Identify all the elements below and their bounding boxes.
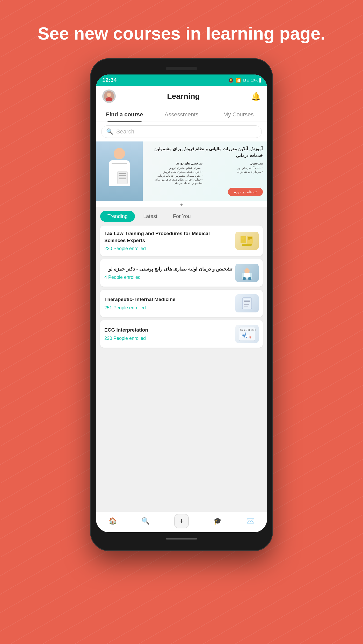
app-title: Learning <box>167 92 200 101</box>
search-box[interactable]: 🔍 Search <box>101 125 262 138</box>
course-card-3[interactable]: Therapeutic- Internal Medicine 251 Peopl… <box>100 290 263 317</box>
tab-assessments[interactable]: Assessments <box>153 107 210 122</box>
instructor-1: جناب آقای رستم پور <box>205 166 263 170</box>
svg-rect-10 <box>248 239 250 240</box>
search-container: 🔍 Search <box>96 122 267 141</box>
home-icon: 🏠 <box>108 517 117 525</box>
home-indicator <box>166 538 197 540</box>
course-card-left-3: Therapeutic- Internal Medicine 251 Peopl… <box>104 296 235 311</box>
nav-learning[interactable]: 🎓 <box>213 517 222 525</box>
section-2: اجرای شبکه صندوق نظام فروش <box>145 170 202 174</box>
course-card-2[interactable]: تشخیص و درمان اولیه بیماری های رایج پوست… <box>100 259 263 287</box>
course-card-left-1: Tax Law Training and Procedures for Medi… <box>104 230 235 251</box>
page-headline: See new courses in learning page. <box>38 23 325 43</box>
nav-add[interactable]: + <box>174 514 189 528</box>
course-thumb-4: Step 1: check the standard <box>235 325 259 343</box>
tab-find-course[interactable]: Find a course <box>96 107 153 122</box>
svg-rect-5 <box>241 238 245 238</box>
course-title-1: Tax Law Training and Procedures for Medi… <box>104 230 232 244</box>
course-banner: آموزش آنلاین مقررات مالیاتی و نظام فروش … <box>96 141 267 201</box>
banner-dots <box>96 201 267 207</box>
doctor-figure <box>104 148 135 194</box>
course-list: Tax Law Training and Procedures for Medi… <box>96 222 267 351</box>
nav-home[interactable]: 🏠 <box>108 517 117 525</box>
status-bar: 12:34 🔕 📶 LTE 19%▐ <box>96 74 267 86</box>
phone-bottom <box>96 532 267 545</box>
doctor-body <box>109 160 130 186</box>
bell-icon[interactable]: 🔔 <box>251 92 261 101</box>
banner-instructors: مدرسین: جناب آقای رستم پور سرکار خانم تق… <box>205 161 263 185</box>
course-title-3: Therapeutic- Internal Medicine <box>104 296 232 303</box>
svg-rect-9 <box>248 238 252 239</box>
svg-rect-22 <box>244 306 248 306</box>
content-area: Trending Latest For You Tax Law Training… <box>96 207 267 512</box>
svg-rect-8 <box>248 237 252 238</box>
bottom-nav: 🏠 🔍 + 🎓 ✉️ <box>96 512 267 532</box>
course-thumb-2 <box>235 264 259 282</box>
svg-point-1 <box>107 93 111 97</box>
svg-point-16 <box>248 277 251 280</box>
cat-tab-latest[interactable]: Latest <box>136 211 164 222</box>
stethoscope-icon <box>112 163 127 164</box>
phone-speaker <box>166 67 197 70</box>
svg-rect-19 <box>244 301 250 302</box>
svg-text:Step 1: check the standard: Step 1: check the standard <box>240 329 256 331</box>
section-3: نحوه ثبت‌نام مشمولین خدمات درمانی <box>145 174 202 177</box>
svg-rect-14 <box>244 273 250 278</box>
category-tabs: Trending Latest For You <box>96 207 267 222</box>
course-enrolled-2: 4 People enrolled <box>104 275 232 280</box>
dot-1 <box>180 204 183 206</box>
mute-icon: 🔕 <box>228 78 234 83</box>
banner-details: مدرسین: جناب آقای رستم پور سرکار خانم تق… <box>145 161 263 185</box>
svg-point-13 <box>244 268 250 273</box>
svg-point-15 <box>243 277 246 280</box>
nav-messages[interactable]: ✉️ <box>246 517 255 525</box>
avatar[interactable] <box>102 89 116 103</box>
svg-rect-21 <box>244 304 249 305</box>
status-time: 12:34 <box>102 77 117 84</box>
svg-rect-11 <box>242 244 252 246</box>
search-input[interactable]: Search <box>116 128 134 135</box>
instructor-2: سرکار خانم تقی زاده <box>205 170 263 174</box>
signal-icon: LTE <box>243 78 249 82</box>
course-card-left-2: تشخیص و درمان اولیه بیماری های رایج پوست… <box>104 266 235 280</box>
banner-title: آموزش آنلاین مقررات مالیاتی و نظام فروش … <box>145 146 263 159</box>
banner-image <box>96 141 143 201</box>
section-4: قوانین اجرایی نظام صندوق فروش برای مشمول… <box>145 178 202 185</box>
course-thumb-3 <box>235 294 259 312</box>
course-title-4: ECG Interpretation <box>104 327 232 334</box>
messages-icon: ✉️ <box>246 517 255 525</box>
cat-tab-trending[interactable]: Trending <box>100 211 135 222</box>
banner-inner: آموزش آنلاین مقررات مالیاتی و نظام فروش … <box>96 141 267 201</box>
course-title-2: تشخیص و درمان اولیه بیماری های رایج پوست… <box>104 266 232 273</box>
course-card-left-4: ECG Interpretation 230 People enrolled <box>104 327 235 341</box>
learning-icon: 🎓 <box>213 517 222 525</box>
search-nav-icon: 🔍 <box>141 517 150 525</box>
register-button[interactable]: ثبت‌نام در دوره <box>228 188 263 196</box>
battery-icon: 19%▐ <box>251 78 261 82</box>
course-enrolled-1: 220 People enrolled <box>104 246 232 251</box>
tab-bar: Find a course Assessments My Courses <box>96 107 267 122</box>
course-enrolled-3: 251 People enrolled <box>104 305 232 311</box>
app-bar: Learning 🔔 <box>96 86 267 107</box>
doctor-head <box>114 148 125 159</box>
phone-shell: 12:34 🔕 📶 LTE 19%▐ Learning 🔔 <box>91 59 272 550</box>
nav-search[interactable]: 🔍 <box>141 517 150 525</box>
svg-rect-4 <box>241 237 245 237</box>
svg-rect-20 <box>244 303 250 303</box>
banner-text: آموزش آنلاین مقررات مالیاتی و نظام فروش … <box>143 141 267 201</box>
course-thumb-1 <box>235 232 259 250</box>
svg-rect-6 <box>241 239 244 239</box>
course-card-4[interactable]: ECG Interpretation 230 People enrolled S… <box>100 320 263 348</box>
course-card-1[interactable]: Tax Law Training and Procedures for Medi… <box>100 226 263 256</box>
instructors-label: مدرسین: <box>205 161 263 165</box>
status-icons: 🔕 📶 LTE 19%▐ <box>228 78 261 83</box>
wifi-icon: 📶 <box>236 78 241 83</box>
svg-rect-18 <box>244 300 250 301</box>
add-button[interactable]: + <box>174 514 189 528</box>
tab-my-courses[interactable]: My Courses <box>210 107 267 122</box>
cat-tab-for-you[interactable]: For You <box>166 211 198 222</box>
sections-label: سرفصل های دوره: <box>145 161 202 165</box>
phone-screen: 12:34 🔕 📶 LTE 19%▐ Learning 🔔 <box>96 74 267 532</box>
search-icon: 🔍 <box>106 128 113 135</box>
